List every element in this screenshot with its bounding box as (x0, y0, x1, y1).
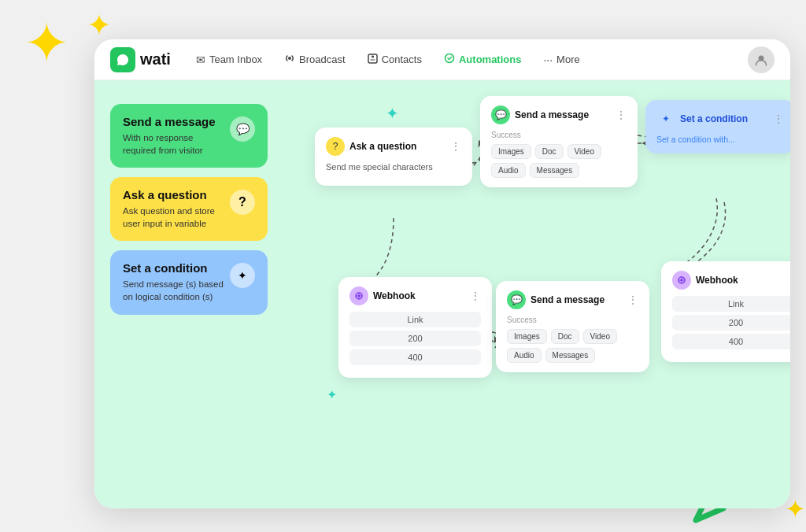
tag-video[interactable]: Video (568, 144, 601, 159)
card-title-condition: Set a condition (123, 261, 224, 275)
node-webhook-right-title: Webhook (696, 275, 738, 286)
webhook-left-row-400: 400 (349, 349, 481, 365)
nav-label-more: More (556, 54, 580, 65)
card-content-send: Send a message With no response required… (123, 115, 224, 157)
nav-label-team-inbox: Team Inbox (209, 54, 262, 65)
node-condition-desc: Set a condition with... (656, 135, 784, 144)
card-title-send: Send a message (123, 115, 224, 128)
automations-icon (444, 53, 455, 66)
sidebar-card-ask-question[interactable]: Ask a question Ask question and store us… (110, 177, 268, 241)
node-send-top-label: Success (491, 131, 627, 139)
node-set-condition[interactable]: ✦ Set a condition ⋮ Set a condition with… (645, 100, 790, 153)
node-webhook-right-icon (672, 271, 691, 290)
inbox-icon: ✉ (196, 54, 205, 66)
node-ask-question[interactable]: ? Ask a question ⋮ Send me special chara… (315, 127, 472, 186)
node-send-top-header: 💬 Send a message ⋮ (491, 105, 627, 124)
tag-video-b[interactable]: Video (583, 329, 617, 344)
tag-doc-b[interactable]: Doc (551, 329, 579, 344)
node-ask-header: ? Ask a question ⋮ (326, 137, 461, 156)
contacts-icon (368, 54, 378, 66)
node-webhook-right[interactable]: Webhook ⋮ Link 200 400 (661, 261, 790, 362)
nav-contacts[interactable]: Contacts (358, 49, 431, 71)
card-title-ask: Ask a question (123, 188, 224, 201)
nav-label-automations: Automations (459, 54, 521, 65)
node-send-message-top[interactable]: 💬 Send a message ⋮ Success Images Doc Vi… (480, 96, 638, 187)
node-condition-title: Set a condition (680, 113, 748, 124)
card-content-ask: Ask a question Ask question and store us… (123, 188, 224, 230)
send-message-icon: 💬 (230, 116, 255, 142)
broadcast-icon (284, 53, 295, 66)
deco-star-small: ✦ (87, 8, 112, 42)
node-condition-header-left: ✦ Set a condition (656, 109, 748, 128)
node-ask-header-left: ? Ask a question (326, 137, 416, 156)
tag-images[interactable]: Images (491, 144, 531, 159)
webhook-right-row-200: 200 (672, 315, 790, 331)
node-send-bottom-left: 💬 Send a message (507, 290, 604, 309)
node-webhook-left-header: Webhook ⋮ (349, 286, 481, 305)
nav-label-contacts: Contacts (382, 54, 422, 65)
webhook-right-row-link: Link (672, 296, 790, 312)
node-send-top-left: 💬 Send a message (491, 105, 589, 124)
tag-images-b[interactable]: Images (507, 329, 547, 344)
node-ask-text: Send me special characters (326, 162, 461, 172)
node-ask-menu[interactable]: ⋮ (450, 140, 461, 153)
tag-messages[interactable]: Messages (530, 163, 580, 178)
sidebar-card-send-message[interactable]: Send a message With no response required… (110, 104, 268, 168)
node-send-bottom-title: Send a message (531, 294, 604, 305)
node-webhook-right-menu[interactable]: ⋮ (789, 274, 790, 286)
node-webhook-left-left: Webhook (349, 286, 416, 305)
webhook-left-row-link: Link (349, 312, 481, 327)
card-desc-condition: Send message (s) based on logical condit… (123, 278, 224, 303)
logo-text: wati (140, 50, 171, 68)
node-send-bottom-label: Success (507, 316, 638, 324)
node-condition-menu[interactable]: ⋮ (773, 113, 784, 125)
card-desc-ask: Ask question and store user input in var… (123, 205, 224, 230)
node-condition-header: ✦ Set a condition ⋮ (656, 109, 784, 128)
logo-icon (110, 47, 135, 72)
node-send-message-bottom[interactable]: 💬 Send a message ⋮ Success Images Doc Vi… (496, 281, 649, 372)
sidebar-cards: Send a message With no response required… (110, 104, 268, 315)
sidebar-card-set-condition[interactable]: Set a condition Send message (s) based o… (110, 250, 268, 314)
node-condition-icon: ✦ (656, 109, 675, 128)
nav-label-broadcast: Broadcast (299, 54, 346, 65)
node-webhook-left[interactable]: Webhook ⋮ Link 200 400 (338, 277, 492, 378)
node-send-top-menu[interactable]: ⋮ (616, 109, 627, 121)
nav-automations[interactable]: Automations (434, 48, 531, 71)
sparkle-teal: ✦ (386, 104, 399, 123)
tag-doc[interactable]: Doc (535, 144, 564, 159)
node-send-bottom-tags: Images Doc Video Audio Messages (507, 329, 638, 363)
node-send-top-tags: Images Doc Video Audio Messages (491, 144, 627, 178)
more-icon: ··· (543, 54, 553, 66)
svg-point-1 (288, 57, 291, 60)
node-webhook-left-title: Webhook (373, 290, 416, 301)
nav-team-inbox[interactable]: ✉ Team Inbox (187, 49, 272, 71)
webhook-right-row-400: 400 (672, 334, 790, 349)
node-ask-icon: ? (326, 137, 345, 156)
tag-audio-b[interactable]: Audio (507, 348, 542, 363)
node-ask-title: Ask a question (349, 141, 416, 152)
nav-more[interactable]: ··· More (534, 49, 589, 71)
node-webhook-right-left: Webhook (672, 271, 738, 290)
node-send-top-icon: 💬 (491, 105, 510, 124)
card-content-condition: Set a condition Send message (s) based o… (123, 261, 224, 303)
nav-broadcast[interactable]: Broadcast (275, 48, 355, 71)
webhook-left-row-200: 200 (349, 331, 481, 346)
node-send-bottom-icon: 💬 (507, 290, 526, 309)
node-send-bottom-menu[interactable]: ⋮ (627, 294, 638, 306)
node-send-bottom-header: 💬 Send a message ⋮ (507, 290, 638, 309)
tag-messages-b[interactable]: Messages (545, 348, 596, 363)
navbar: wati ✉ Team Inbox Broadcast Contacts Aut… (94, 39, 790, 80)
node-webhook-right-header: Webhook ⋮ (672, 271, 790, 290)
node-send-top-title: Send a message (515, 109, 589, 120)
logo: wati (110, 47, 171, 72)
user-avatar[interactable] (748, 46, 775, 73)
set-condition-icon: ✦ (230, 263, 255, 288)
browser-frame: wati ✉ Team Inbox Broadcast Contacts Aut… (94, 39, 790, 508)
sparkle-teal2: ✦ (327, 387, 337, 402)
deco-star-large: ✦ (24, 16, 79, 71)
card-desc-send: With no response required from visitor (123, 131, 224, 157)
node-webhook-left-icon (349, 286, 368, 305)
ask-question-icon: ? (230, 190, 255, 215)
tag-audio[interactable]: Audio (491, 163, 526, 178)
node-webhook-left-menu[interactable]: ⋮ (470, 290, 481, 302)
